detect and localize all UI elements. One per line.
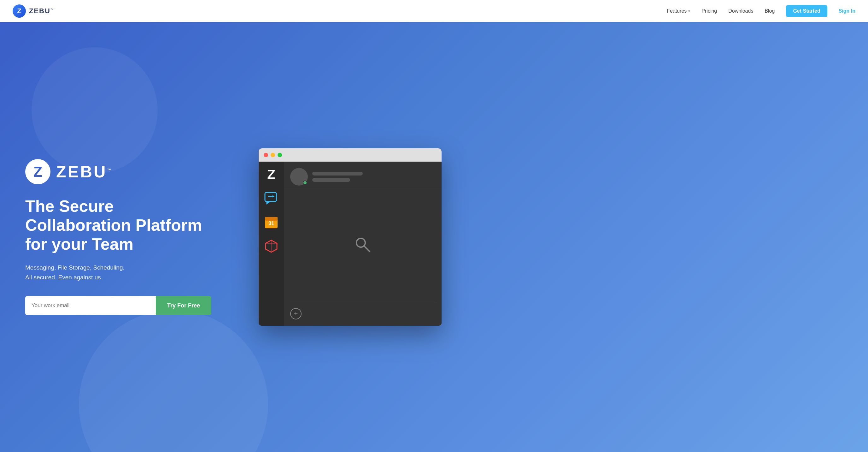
hero-section: Z ZEBU™ The SecureCollaboration Platform… [0,22,868,452]
online-indicator [303,180,307,185]
calendar-icon: 31 [264,215,278,229]
mockup-window: Z [259,148,441,326]
navbar-logo[interactable]: Z ZEBU™ [12,4,54,18]
traffic-light-red[interactable] [264,153,268,157]
user-row [290,168,435,186]
sign-in-link[interactable]: Sign In [839,8,856,14]
mockup-header [284,162,441,189]
search-icon [353,235,372,257]
nav-downloads-label: Downloads [728,8,753,13]
chat-icon [264,191,278,205]
mockup-bottom: + [284,303,441,326]
search-area [290,195,435,296]
hero-headline: The SecureCollaboration Platformfor your… [25,197,240,253]
mockup-titlebar [259,148,441,162]
box-icon [264,239,278,253]
get-started-label: Get Started [793,8,820,13]
sidebar-icon-box[interactable] [264,238,279,253]
hero-subtext-line2: All secured. Even against us. [25,274,102,281]
logo-name-text: ZEBU [29,7,51,15]
hero-inner: Z ZEBU™ The SecureCollaboration Platform… [0,130,868,345]
nav-blog-label: Blog [765,8,775,13]
nav-blog[interactable]: Blog [765,8,775,14]
logo-tm: ™ [51,8,54,11]
nav-pricing-label: Pricing [702,8,717,13]
hero-logo: Z ZEBU™ [25,159,240,184]
chevron-down-icon: ▾ [688,9,690,13]
navbar: Z ZEBU™ Features ▾ Pricing Downloads Blo… [0,0,868,22]
user-status-bar [312,178,350,182]
add-button[interactable]: + [290,308,302,319]
svg-rect-0 [265,193,276,201]
svg-text:31: 31 [269,221,274,226]
hero-subtext: Messaging, File Storage, Scheduling. All… [25,263,240,282]
hero-logo-name: ZEBU [56,163,107,181]
logo-name: ZEBU™ [29,7,54,15]
get-started-button[interactable]: Get Started [786,5,827,17]
hero-logo-text: ZEBU™ [56,162,113,181]
user-avatar [290,168,308,186]
hero-subtext-line1: Messaging, File Storage, Scheduling. [25,264,125,271]
sidebar-z-logo: Z [267,168,275,181]
hero-cta: Try For Free [25,296,211,315]
navbar-nav: Features ▾ Pricing Downloads Blog Get St… [667,5,856,17]
nav-downloads[interactable]: Downloads [728,8,753,14]
mockup-content-area [284,189,441,303]
hero-logo-z: Z [33,163,42,180]
sidebar-icon-chat[interactable] [264,191,279,205]
traffic-light-green[interactable] [278,153,282,157]
try-free-button[interactable]: Try For Free [156,296,211,315]
nav-pricing[interactable]: Pricing [702,8,717,14]
traffic-light-yellow[interactable] [271,153,275,157]
mockup-sidebar: Z [259,162,284,326]
svg-line-9 [364,246,370,252]
hero-content: Z ZEBU™ The SecureCollaboration Platform… [25,159,240,315]
nav-features-label: Features [667,8,687,14]
nav-features[interactable]: Features ▾ [667,8,690,14]
try-free-label: Try For Free [167,302,200,309]
hero-logo-tm: ™ [107,168,113,173]
logo-letter: Z [17,7,21,15]
hero-logo-circle: Z [25,159,51,184]
sidebar-icon-calendar[interactable]: 31 [264,215,279,229]
logo-icon: Z [12,4,26,18]
svg-rect-3 [265,217,278,221]
mockup-body: Z [259,162,441,326]
email-input[interactable] [25,296,156,315]
divider [290,303,435,303]
mockup-main: + [284,162,441,326]
user-info [312,172,363,182]
user-name-bar [312,172,363,175]
sign-in-label: Sign In [839,8,856,13]
app-mockup: Z [259,148,441,326]
